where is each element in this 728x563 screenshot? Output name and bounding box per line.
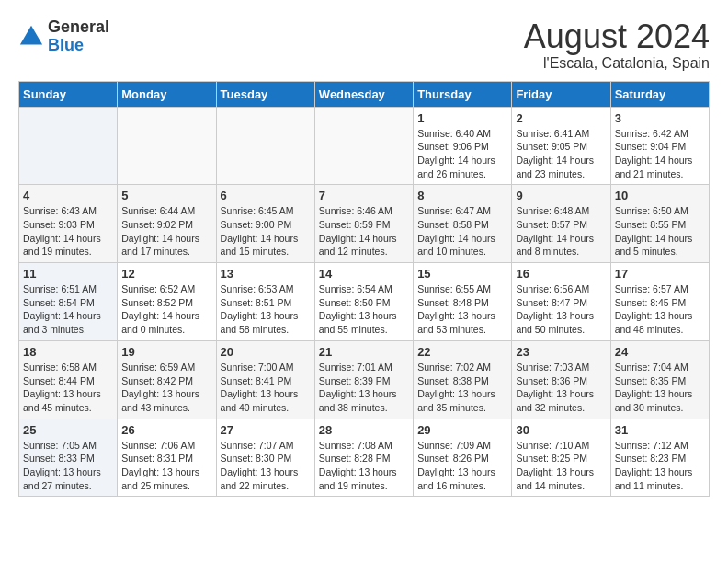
day-info: Sunrise: 7:02 AM Sunset: 8:38 PM Dayligh… bbox=[417, 361, 507, 415]
calendar-day: 24Sunrise: 7:04 AM Sunset: 8:35 PM Dayli… bbox=[610, 340, 709, 419]
day-number: 2 bbox=[516, 111, 606, 125]
day-info: Sunrise: 6:50 AM Sunset: 8:55 PM Dayligh… bbox=[615, 204, 705, 259]
calendar-header-row: SundayMondayTuesdayWednesdayThursdayFrid… bbox=[19, 81, 710, 107]
day-number: 19 bbox=[121, 345, 211, 359]
day-number: 24 bbox=[615, 345, 705, 359]
day-number: 18 bbox=[23, 345, 113, 359]
calendar-day: 20Sunrise: 7:00 AM Sunset: 8:41 PM Dayli… bbox=[216, 340, 314, 419]
calendar-day: 28Sunrise: 7:08 AM Sunset: 8:28 PM Dayli… bbox=[314, 419, 413, 497]
day-info: Sunrise: 7:06 AM Sunset: 8:31 PM Dayligh… bbox=[121, 439, 211, 493]
day-number: 22 bbox=[417, 345, 507, 359]
day-info: Sunrise: 6:46 AM Sunset: 8:59 PM Dayligh… bbox=[319, 204, 409, 259]
calendar-day: 8Sunrise: 6:47 AM Sunset: 8:58 PM Daylig… bbox=[414, 185, 512, 263]
day-number: 4 bbox=[23, 189, 113, 202]
day-info: Sunrise: 6:44 AM Sunset: 9:02 PM Dayligh… bbox=[121, 204, 211, 259]
day-number: 14 bbox=[319, 267, 409, 281]
calendar-subtitle: l'Escala, Catalonia, Spain bbox=[524, 55, 710, 72]
day-info: Sunrise: 7:03 AM Sunset: 8:36 PM Dayligh… bbox=[516, 361, 606, 415]
calendar-week-row: 25Sunrise: 7:05 AM Sunset: 8:33 PM Dayli… bbox=[19, 419, 710, 497]
calendar-day: 27Sunrise: 7:07 AM Sunset: 8:30 PM Dayli… bbox=[216, 419, 314, 497]
calendar-day: 3Sunrise: 6:42 AM Sunset: 9:04 PM Daylig… bbox=[610, 107, 709, 185]
day-number: 20 bbox=[221, 345, 311, 359]
day-header-monday: Monday bbox=[118, 81, 216, 107]
logo-blue: Blue bbox=[48, 36, 84, 54]
calendar-day: 26Sunrise: 7:06 AM Sunset: 8:31 PM Dayli… bbox=[118, 419, 216, 497]
day-info: Sunrise: 6:59 AM Sunset: 8:42 PM Dayligh… bbox=[121, 361, 211, 415]
calendar-day: 29Sunrise: 7:09 AM Sunset: 8:26 PM Dayli… bbox=[414, 419, 512, 497]
day-header-friday: Friday bbox=[512, 81, 610, 107]
calendar-week-row: 4Sunrise: 6:43 AM Sunset: 9:03 PM Daylig… bbox=[19, 185, 710, 263]
calendar-day: 15Sunrise: 6:55 AM Sunset: 8:48 PM Dayli… bbox=[414, 263, 512, 341]
calendar-day: 22Sunrise: 7:02 AM Sunset: 8:38 PM Dayli… bbox=[414, 340, 512, 419]
logo-text: General Blue bbox=[48, 18, 109, 55]
day-header-tuesday: Tuesday bbox=[216, 81, 314, 107]
day-header-wednesday: Wednesday bbox=[314, 81, 413, 107]
calendar-day: 17Sunrise: 6:57 AM Sunset: 8:45 PM Dayli… bbox=[610, 263, 709, 341]
calendar-week-row: 1Sunrise: 6:40 AM Sunset: 9:06 PM Daylig… bbox=[19, 107, 710, 185]
day-info: Sunrise: 7:00 AM Sunset: 8:41 PM Dayligh… bbox=[221, 361, 311, 415]
day-number: 5 bbox=[121, 189, 211, 202]
day-info: Sunrise: 6:45 AM Sunset: 9:00 PM Dayligh… bbox=[221, 204, 311, 259]
day-header-saturday: Saturday bbox=[610, 81, 709, 107]
calendar-day: 23Sunrise: 7:03 AM Sunset: 8:36 PM Dayli… bbox=[512, 340, 610, 419]
calendar-day bbox=[314, 107, 413, 185]
day-info: Sunrise: 6:48 AM Sunset: 8:57 PM Dayligh… bbox=[516, 204, 606, 259]
calendar-day: 30Sunrise: 7:10 AM Sunset: 8:25 PM Dayli… bbox=[512, 419, 610, 497]
day-number: 9 bbox=[516, 189, 606, 202]
day-number: 26 bbox=[121, 423, 211, 437]
calendar-day: 11Sunrise: 6:51 AM Sunset: 8:54 PM Dayli… bbox=[19, 263, 118, 341]
day-number: 7 bbox=[319, 189, 409, 202]
day-info: Sunrise: 6:58 AM Sunset: 8:44 PM Dayligh… bbox=[23, 361, 113, 415]
calendar-day: 7Sunrise: 6:46 AM Sunset: 8:59 PM Daylig… bbox=[314, 185, 413, 263]
svg-marker-0 bbox=[20, 26, 42, 45]
calendar-day: 6Sunrise: 6:45 AM Sunset: 9:00 PM Daylig… bbox=[216, 185, 314, 263]
calendar-day: 5Sunrise: 6:44 AM Sunset: 9:02 PM Daylig… bbox=[118, 185, 216, 263]
day-number: 11 bbox=[23, 267, 113, 281]
calendar-week-row: 11Sunrise: 6:51 AM Sunset: 8:54 PM Dayli… bbox=[19, 263, 710, 341]
day-info: Sunrise: 6:56 AM Sunset: 8:47 PM Dayligh… bbox=[516, 282, 606, 337]
day-number: 17 bbox=[615, 267, 705, 281]
calendar-day: 25Sunrise: 7:05 AM Sunset: 8:33 PM Dayli… bbox=[19, 419, 118, 497]
day-info: Sunrise: 7:08 AM Sunset: 8:28 PM Dayligh… bbox=[319, 439, 409, 493]
day-number: 8 bbox=[417, 189, 507, 202]
calendar-day: 19Sunrise: 6:59 AM Sunset: 8:42 PM Dayli… bbox=[118, 340, 216, 419]
day-info: Sunrise: 7:09 AM Sunset: 8:26 PM Dayligh… bbox=[417, 439, 507, 493]
day-info: Sunrise: 6:42 AM Sunset: 9:04 PM Dayligh… bbox=[615, 127, 705, 181]
day-number: 30 bbox=[516, 423, 606, 437]
day-info: Sunrise: 7:04 AM Sunset: 8:35 PM Dayligh… bbox=[615, 361, 705, 415]
day-info: Sunrise: 6:52 AM Sunset: 8:52 PM Dayligh… bbox=[121, 282, 211, 337]
day-number: 13 bbox=[221, 267, 311, 281]
calendar-day: 14Sunrise: 6:54 AM Sunset: 8:50 PM Dayli… bbox=[314, 263, 413, 341]
calendar-week-row: 18Sunrise: 6:58 AM Sunset: 8:44 PM Dayli… bbox=[19, 340, 710, 419]
day-info: Sunrise: 6:57 AM Sunset: 8:45 PM Dayligh… bbox=[615, 282, 705, 337]
day-info: Sunrise: 6:54 AM Sunset: 8:50 PM Dayligh… bbox=[319, 282, 409, 337]
day-info: Sunrise: 6:40 AM Sunset: 9:06 PM Dayligh… bbox=[417, 127, 507, 181]
day-number: 27 bbox=[221, 423, 311, 437]
day-info: Sunrise: 6:47 AM Sunset: 8:58 PM Dayligh… bbox=[417, 204, 507, 259]
calendar-day: 4Sunrise: 6:43 AM Sunset: 9:03 PM Daylig… bbox=[19, 185, 118, 263]
day-info: Sunrise: 6:53 AM Sunset: 8:51 PM Dayligh… bbox=[221, 282, 311, 337]
day-number: 29 bbox=[417, 423, 507, 437]
calendar-title: August 2024 bbox=[524, 18, 710, 55]
logo-general: General bbox=[48, 17, 109, 36]
day-info: Sunrise: 6:51 AM Sunset: 8:54 PM Dayligh… bbox=[23, 282, 113, 337]
day-number: 16 bbox=[516, 267, 606, 281]
calendar-day: 10Sunrise: 6:50 AM Sunset: 8:55 PM Dayli… bbox=[610, 185, 709, 263]
day-header-sunday: Sunday bbox=[19, 81, 118, 107]
day-info: Sunrise: 6:43 AM Sunset: 9:03 PM Dayligh… bbox=[23, 204, 113, 259]
calendar-day bbox=[118, 107, 216, 185]
day-number: 21 bbox=[319, 345, 409, 359]
title-block: August 2024 l'Escala, Catalonia, Spain bbox=[524, 18, 710, 72]
day-number: 6 bbox=[221, 189, 311, 202]
calendar-day bbox=[19, 107, 118, 185]
logo: General Blue bbox=[18, 18, 109, 55]
day-info: Sunrise: 7:05 AM Sunset: 8:33 PM Dayligh… bbox=[23, 439, 113, 493]
logo-icon bbox=[18, 24, 44, 50]
day-info: Sunrise: 7:12 AM Sunset: 8:23 PM Dayligh… bbox=[615, 439, 705, 493]
day-number: 12 bbox=[121, 267, 211, 281]
day-number: 28 bbox=[319, 423, 409, 437]
calendar-day: 1Sunrise: 6:40 AM Sunset: 9:06 PM Daylig… bbox=[414, 107, 512, 185]
day-info: Sunrise: 7:07 AM Sunset: 8:30 PM Dayligh… bbox=[221, 439, 311, 493]
page-header: General Blue August 2024 l'Escala, Catal… bbox=[18, 18, 710, 72]
day-info: Sunrise: 7:10 AM Sunset: 8:25 PM Dayligh… bbox=[516, 439, 606, 493]
